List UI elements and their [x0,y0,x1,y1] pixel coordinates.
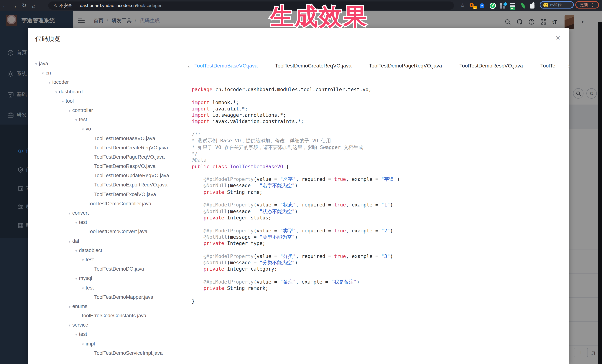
tree-folder[interactable]: ▾test [35,218,183,227]
url-path: /tool/codegen [136,3,162,8]
tree-folder[interactable]: ▾iocoder [35,78,183,87]
file-tree: ▾java▾cn▾iocoder▾dashboard▾tool▾controll… [35,59,183,364]
tree-caret-icon[interactable]: ▾ [69,211,70,215]
screenshot-root: ← → ↻ ⌂ ⚠ 不安全 dashboard.yudao.iocoder.cn… [0,0,602,364]
tree-file[interactable]: ToolTestDemoCreateReqVO.java [35,143,183,152]
tabs-next-icon[interactable]: › [568,63,570,69]
file-tabs-bar: ‹ ToolTestDemoBaseVO.javaToolTestDemoCre… [185,59,570,73]
tree-caret-icon[interactable]: ▾ [75,118,77,122]
tree-folder[interactable]: ▾test [35,283,183,292]
tree-folder[interactable]: ▾test [35,255,183,264]
orange-ring-extension-icon[interactable]: 1 [470,2,477,9]
menu-dots-icon[interactable]: ⋮ [590,2,594,7]
code-preview-dialog: 代码预览 ✕ ▾java▾cn▾iocoder▾dashboard▾tool▾c… [28,28,569,364]
paused-extension-badge[interactable]: 已暂停 [540,1,574,9]
file-tab[interactable]: ToolTestDemoPageReqVO.java [369,59,442,73]
tree-caret-icon[interactable]: ▾ [35,62,37,66]
emoji-face-icon [543,2,548,7]
tree-file[interactable]: ToolTestDemoPageReqVO.java [35,152,183,162]
tree-caret-icon[interactable]: ▾ [69,323,70,327]
tree-folder[interactable]: ▾mysql [35,274,183,283]
tree-caret-icon[interactable]: ▾ [69,305,70,309]
tree-file[interactable]: ToolErrorCodeConstants.java [35,311,183,320]
not-secure-label: 不安全 [59,3,72,8]
tree-folder[interactable]: ▾java [35,59,183,68]
tree-caret-icon[interactable]: ▾ [75,220,77,225]
tab-list: ToolTestDemoBaseVO.javaToolTestDemoCreat… [194,59,558,73]
tree-folder[interactable]: ▾enums [35,302,183,311]
bookmark-star-icon[interactable]: ☆ [458,2,467,9]
plant-extension-icon[interactable] [520,2,527,9]
tree-file[interactable]: ToolTestDemoDO.java [35,264,183,274]
tree-file[interactable]: ToolTestDemoExcelVO.java [35,190,183,199]
tabs-prev-icon[interactable]: ‹ [185,63,192,69]
green-v-extension-icon[interactable]: V [490,2,497,9]
close-icon[interactable]: ✕ [555,34,560,42]
tree-file[interactable]: ToolTestDemoConvert.java [35,227,183,236]
update-button[interactable]: 更新 ⋮ [575,1,599,9]
tree-folder[interactable]: ▾cn [35,68,183,77]
reload-icon[interactable]: ↻ [19,2,29,9]
tree-caret-icon[interactable]: ▾ [82,127,84,131]
tree-folder[interactable]: ▾test [35,115,183,124]
tree-file[interactable]: ToolTestDemoController.java [35,199,183,208]
not-secure-warning-icon: ⚠ [54,3,57,8]
dialog-title: 代码预览 [35,34,60,43]
paused-label: 已暂停 [550,2,562,7]
tree-caret-icon[interactable]: ▾ [82,258,84,262]
annotation-text: 生成效果 [237,1,401,33]
tree-caret-icon[interactable]: ▾ [42,71,44,75]
on-badge: on [510,7,515,10]
tree-file[interactable]: ToolTestDemoMapper.java [35,292,183,302]
tree-folder[interactable]: ▾dashboard [35,87,183,96]
url-host: dashboard.yudao.iocoder.cn [80,3,136,8]
tree-file[interactable]: ToolTestDemoServiceImpl.java [35,348,183,358]
file-tab[interactable]: ToolTestDemoCreateReqVO.java [275,59,351,73]
tree-caret-icon[interactable]: ▾ [82,286,84,290]
tree-caret-icon[interactable]: ▾ [62,99,64,104]
blue-pin-extension-icon[interactable] [480,2,487,9]
tree-caret-icon[interactable]: ▾ [75,333,77,337]
extension-badge: 1 [473,6,477,9]
tree-file[interactable]: ToolTestDemoExportReqVO.java [35,180,183,190]
tree-folder[interactable]: ▾dal [35,236,183,246]
tree-folder[interactable]: ▾tool [35,96,183,106]
extensions-row: 1 V on [470,2,537,9]
forward-icon[interactable]: → [10,2,19,9]
tree-folder[interactable]: ▾impl [35,339,183,348]
tree-folder[interactable]: ▾service [35,321,183,330]
tree-folder[interactable]: ▾test [35,330,183,339]
tree-caret-icon[interactable]: ▾ [82,342,84,346]
back-icon[interactable]: ← [0,2,10,9]
puzzle-extension-icon[interactable] [530,2,537,9]
tree-file[interactable]: ToolTestDemoUpdateReqVO.java [35,171,183,180]
url-divider [76,3,76,8]
tree-caret-icon[interactable]: ▾ [75,277,77,281]
tree-caret-icon[interactable]: ▾ [75,249,77,253]
code-view[interactable]: package cn.iocoder.dashboard.modules.too… [192,86,563,304]
list-on-extension-icon[interactable]: on [510,2,517,10]
tree-caret-icon[interactable]: ▾ [55,90,57,94]
file-tab[interactable]: ToolTestDemoRespVO.java [459,59,523,73]
tree-folder[interactable]: ▾controller [35,106,183,115]
file-tab[interactable]: ToolTe [540,59,555,73]
file-tab[interactable]: ToolTestDemoBaseVO.java [194,59,258,73]
update-label: 更新 [580,2,588,8]
tree-file[interactable]: ToolTestDemoBaseVO.java [35,134,183,143]
home-icon[interactable]: ⌂ [29,2,39,9]
tree-file[interactable]: ToolTestDemoRespVO.java [35,162,183,171]
tree-folder[interactable]: ▾vo [35,124,183,134]
tree-caret-icon[interactable]: ▾ [69,239,70,243]
tree-caret-icon[interactable]: ▾ [69,109,70,113]
grid-extension-icon[interactable] [500,2,507,9]
tree-folder[interactable]: ▾dataobject [35,246,183,255]
tree-folder[interactable]: ▾convert [35,208,183,218]
tree-caret-icon[interactable]: ▾ [49,81,50,85]
